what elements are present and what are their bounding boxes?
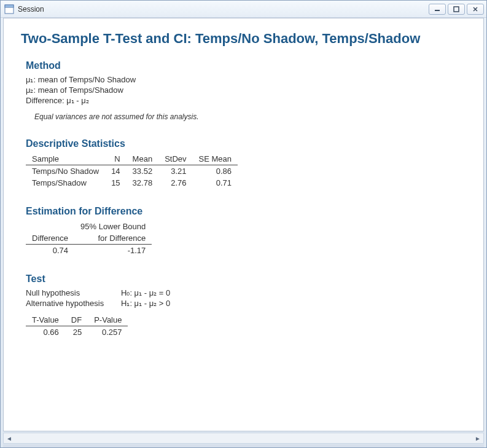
maximize-button[interactable] [448, 4, 465, 15]
maximize-icon [453, 6, 459, 12]
session-output: Two-Sample T-Test and CI: Temps/No Shado… [4, 18, 483, 345]
col-mean: Mean [127, 153, 159, 165]
col-difference: Difference [26, 232, 74, 245]
method-mu2: μ₂: mean of Temps/Shadow [26, 85, 466, 95]
section-method-heading: Method [26, 60, 466, 71]
svg-rect-1 [5, 5, 14, 7]
worksheet-tabstrip [3, 444, 484, 447]
method-mu1: μ₁: mean of Temps/No Shadow [26, 75, 466, 84]
svg-rect-2 [435, 10, 440, 11]
cell-pvalue: 0.257 [88, 326, 128, 339]
section-descriptive-heading: Descriptive Statistics [26, 138, 466, 149]
cell-semean: 0.71 [193, 177, 238, 189]
alt-hypothesis-value: H₁: μ₁ - μ₂ > 0 [121, 299, 170, 308]
cell-sample: Temps/Shadow [26, 177, 105, 189]
descriptive-table: Sample N Mean StDev SE Mean Temps/No Sha… [26, 153, 238, 189]
cell-lower-bound: -1.17 [74, 245, 152, 257]
cell-difference: 0.74 [26, 245, 74, 257]
method-note: Equal variances are not assumed for this… [34, 112, 466, 121]
col-sample: Sample [26, 153, 105, 165]
table-row: Temps/Shadow 15 32.78 2.76 0.71 [26, 177, 238, 189]
table-row: 0.66 25 0.257 [26, 326, 128, 339]
col-tvalue: T-Value [26, 314, 65, 326]
col-stdev: StDev [158, 153, 192, 165]
col-n: N [105, 153, 126, 165]
window-app-icon [4, 4, 14, 14]
cell-stdev: 2.76 [158, 177, 192, 189]
col-semean: SE Mean [193, 153, 238, 165]
cell-df: 25 [65, 326, 88, 339]
minimize-icon [434, 6, 440, 12]
null-hypothesis-label: Null hypothesis [26, 288, 121, 297]
cell-mean: 33.52 [127, 165, 159, 178]
table-row: 0.74 -1.17 [26, 245, 152, 257]
cell-sample: Temps/No Shadow [26, 165, 105, 178]
page-title: Two-Sample T-Test and CI: Temps/No Shado… [21, 31, 466, 47]
cell-stdev: 3.21 [158, 165, 192, 178]
cell-tvalue: 0.66 [26, 326, 65, 339]
section-test-heading: Test [26, 273, 466, 285]
titlebar: Session [1, 1, 486, 18]
scroll-left-arrow-icon[interactable]: ◄ [4, 433, 15, 443]
close-button[interactable] [467, 4, 484, 15]
close-icon [472, 6, 478, 12]
cell-n: 14 [105, 165, 126, 178]
table-row: Temps/No Shadow 14 33.52 3.21 0.86 [26, 165, 238, 178]
window-title: Session [18, 5, 429, 14]
null-hypothesis-row: Null hypothesis H₀: μ₁ - μ₂ = 0 [26, 288, 466, 297]
scroll-right-arrow-icon[interactable]: ► [472, 433, 483, 443]
window-controls [429, 4, 484, 15]
col-pvalue: P-Value [88, 314, 128, 326]
col-difference [26, 221, 74, 232]
content-frame: Two-Sample T-Test and CI: Temps/No Shado… [3, 18, 484, 431]
col-lower-bound-b: for Difference [74, 232, 152, 245]
alt-hypothesis-label: Alternative hypothesis [26, 299, 121, 308]
svg-rect-3 [454, 7, 459, 12]
horizontal-scrollbar[interactable]: ◄ ► [3, 433, 484, 444]
test-table: T-Value DF P-Value 0.66 25 0.257 [26, 314, 128, 338]
cell-semean: 0.86 [193, 165, 238, 178]
section-estimation-heading: Estimation for Difference [26, 206, 466, 217]
col-lower-bound-a: 95% Lower Bound [74, 221, 152, 232]
estimation-table: 95% Lower Bound Difference for Differenc… [26, 221, 152, 256]
scroll-track[interactable] [15, 433, 472, 443]
minimize-button[interactable] [429, 4, 446, 15]
col-df: DF [65, 314, 88, 326]
cell-mean: 32.78 [127, 177, 159, 189]
cell-n: 15 [105, 177, 126, 189]
null-hypothesis-value: H₀: μ₁ - μ₂ = 0 [121, 288, 170, 297]
alt-hypothesis-row: Alternative hypothesis H₁: μ₁ - μ₂ > 0 [26, 299, 466, 308]
method-difference: Difference: μ₁ - μ₂ [26, 96, 466, 105]
session-window: Session Two-Sample T-Test and CI: Temps/… [0, 0, 487, 448]
